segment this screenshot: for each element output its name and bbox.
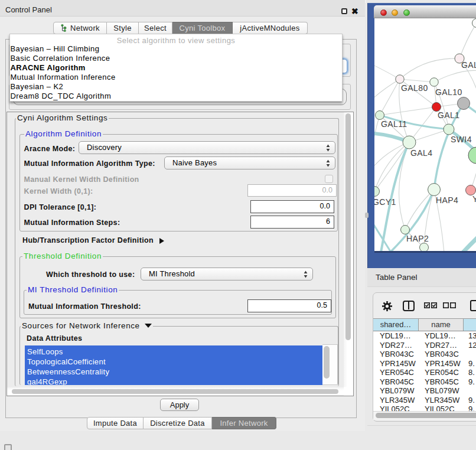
svg-text:HAP4: HAP4 (436, 195, 458, 205)
svg-text:GAL4: GAL4 (410, 148, 432, 158)
svg-text:GCY1: GCY1 (374, 197, 396, 207)
svg-text:HAP2: HAP2 (406, 234, 429, 243)
svg-text:GAL10: GAL10 (435, 87, 462, 97)
svg-text:GAL11: GAL11 (381, 119, 407, 129)
svg-text:SWI4: SWI4 (451, 135, 472, 144)
svg-text:GAL1: GAL1 (438, 110, 459, 120)
svg-text:Y: Y (472, 194, 476, 204)
svg-text:GAL80: GAL80 (401, 83, 428, 93)
svg-text:GAL7: GAL7 (461, 60, 476, 70)
